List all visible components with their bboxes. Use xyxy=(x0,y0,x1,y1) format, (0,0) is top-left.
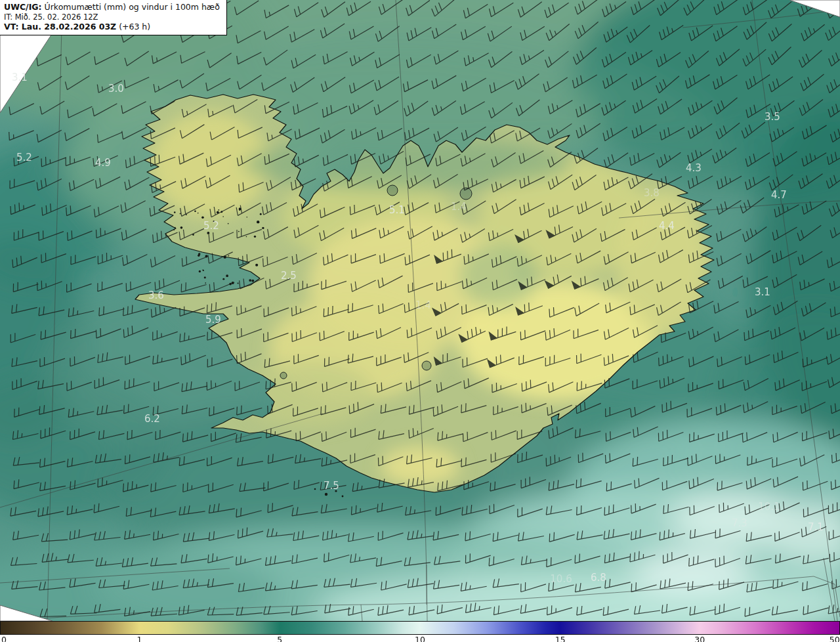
colorbar-ticks: 01510153050 xyxy=(0,635,840,642)
map-value-label: 3.1 xyxy=(12,72,28,83)
map-value-label: 4.3 xyxy=(686,162,702,174)
map-title: UWC/IG: Úrkomumætti (mm) og vindur i 100… xyxy=(4,2,220,12)
model-id: UWC/IG: xyxy=(4,2,42,12)
map-value-label: 1.4 xyxy=(451,201,467,213)
colorbar-tick-label: 30 xyxy=(694,635,705,642)
map-value-label: 10.6 xyxy=(550,573,572,585)
colorbar-tick-label: 50 xyxy=(830,635,840,642)
map-value-label: 5.2 xyxy=(16,152,32,163)
title-box: UWC/IG: Úrkomumætti (mm) og vindur i 100… xyxy=(0,0,227,35)
map-value-label: 2.5 xyxy=(281,270,297,282)
map-value-label: 3.5 xyxy=(765,111,780,123)
map-value-label: 3.0 xyxy=(108,83,124,95)
map-value-label: 4.7 xyxy=(771,189,787,201)
map-title-text: Úrkomumætti (mm) og vindur i 100m hæð xyxy=(42,2,220,12)
map-value-label: 7.3 xyxy=(732,517,747,529)
colorbar-gradient xyxy=(0,621,840,635)
map-value-label: 7.5 xyxy=(324,480,339,492)
map-value-label: 3.8 xyxy=(644,187,660,199)
colorbar-tick-label: 1 xyxy=(136,635,142,642)
weather-map: 3.13.05.24.93.54.33.84.74.45.11.45.22.53… xyxy=(0,0,840,621)
map-value-label: 3.1 xyxy=(755,286,770,298)
map-value-label: 6.2 xyxy=(144,413,160,425)
colorbar: 01510153050 xyxy=(0,621,840,642)
weather-map-screen: 3.13.05.24.93.54.33.84.74.45.11.45.22.53… xyxy=(0,0,840,642)
map-value-label: 4.9 xyxy=(95,157,111,169)
map-value-label: 5.2 xyxy=(203,220,219,232)
colorbar-tick-label: 0 xyxy=(1,635,7,642)
map-value-label: 10.1 xyxy=(758,501,780,513)
map-value-label: 6.8 xyxy=(591,572,606,584)
lead-time: (+63 h) xyxy=(116,22,150,32)
map-value-label: 5.1 xyxy=(389,204,405,216)
valid-time-bold: VT: Lau. 28.02.2026 03Z xyxy=(4,22,116,32)
map-value-label: 5.9 xyxy=(205,314,221,326)
map-value-label: 7.1 xyxy=(808,521,824,533)
init-time: IT: Mið. 25. 02. 2026 12Z xyxy=(4,12,220,22)
colorbar-tick-label: 10 xyxy=(415,635,425,642)
valid-time: VT: Lau. 28.02.2026 03Z (+63 h) xyxy=(4,22,220,32)
map-value-label: 1.4 xyxy=(415,299,431,311)
map-value-label: 3.6 xyxy=(148,289,164,301)
map-value-label: 4.4 xyxy=(659,220,675,232)
colorbar-tick-label: 5 xyxy=(277,635,282,642)
colorbar-tick-label: 15 xyxy=(555,635,566,642)
